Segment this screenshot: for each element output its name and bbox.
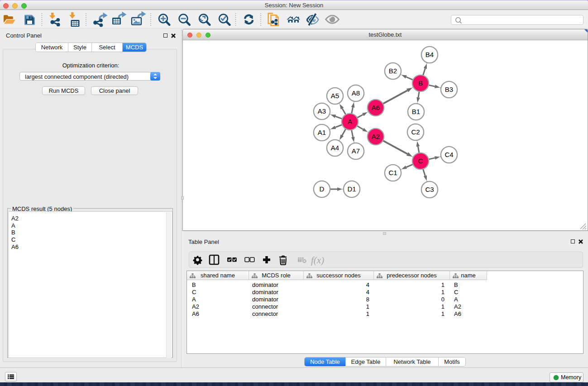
svg-text:A6: A6	[372, 104, 380, 111]
svg-text:B4: B4	[425, 51, 434, 58]
svg-text:B: B	[418, 79, 423, 87]
svg-text:A1: A1	[318, 129, 326, 136]
svg-text:A3: A3	[318, 107, 326, 115]
svg-text:C2: C2	[411, 128, 420, 136]
svg-text:B1: B1	[412, 108, 420, 115]
svg-text:A8: A8	[352, 89, 360, 97]
svg-text:A4: A4	[331, 144, 339, 152]
svg-text:C4: C4	[445, 151, 453, 158]
svg-text:D1: D1	[347, 185, 356, 193]
svg-text:A2: A2	[372, 133, 380, 140]
svg-text:D: D	[320, 185, 325, 193]
svg-text:B2: B2	[389, 67, 397, 75]
svg-text:f(x): f(x)	[311, 255, 324, 266]
svg-text:C1: C1	[388, 169, 397, 176]
svg-text:A: A	[348, 118, 352, 125]
svg-text:C3: C3	[425, 186, 434, 193]
svg-text:C: C	[418, 157, 423, 165]
svg-text:A5: A5	[331, 92, 339, 100]
svg-text:A7: A7	[352, 147, 360, 155]
svg-text:B3: B3	[445, 86, 453, 93]
